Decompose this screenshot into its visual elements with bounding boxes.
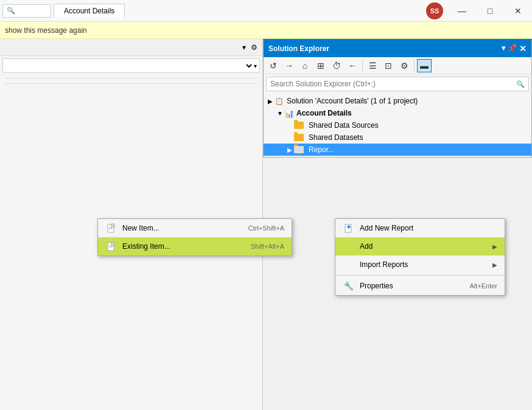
se-search-box[interactable]: 🔍 xyxy=(266,77,529,91)
expand-arrow-project[interactable]: ▼ xyxy=(276,109,284,117)
se-search-input[interactable] xyxy=(270,80,516,88)
svg-rect-1 xyxy=(111,224,114,227)
cm-properties-shortcut: Alt+Enter xyxy=(469,282,497,290)
toolbar-pin[interactable]: ▾ xyxy=(240,42,248,53)
tree-shared-datasets-label: Shared Datasets xyxy=(309,133,363,142)
cm-add-new-report-label: Add New Report xyxy=(360,224,497,232)
context-menu-outer: New Item... Ctrl+Shift+A Existing Item..… xyxy=(97,218,292,256)
left-dropdown-select[interactable] xyxy=(5,61,254,71)
se-pin2-btn[interactable]: ▬ xyxy=(417,59,432,72)
notification-bar: show this message again xyxy=(0,22,532,39)
add-new-report-icon xyxy=(343,222,355,234)
se-forward-btn[interactable]: → xyxy=(282,59,296,72)
expand-arrow-solution[interactable]: ▶ xyxy=(266,97,275,105)
left-dropdown[interactable]: ▾ xyxy=(2,58,260,73)
se-toolbar: ↺ → ⌂ ⊞ ⏱ ← ☰ ⊡ ⚙ ▬ xyxy=(264,57,531,74)
avatar: SS xyxy=(426,2,443,19)
project-icon: 📊 xyxy=(284,108,294,118)
notification-text: show this message again xyxy=(5,26,87,35)
search-icon: 🔍 xyxy=(7,7,15,15)
folder-datasets-icon xyxy=(294,133,304,142)
close-button[interactable]: ✕ xyxy=(504,0,532,22)
cm-add-icon xyxy=(343,240,355,252)
cm-existing-item-shortcut: Shift+Alt+A xyxy=(251,243,284,250)
title-tab[interactable]: Account Details xyxy=(54,4,125,18)
cm-add-new-report[interactable]: Add New Report xyxy=(335,219,505,237)
cm-properties-label: Properties xyxy=(360,282,455,290)
tree-project[interactable]: ▼ 📊 Account Details xyxy=(264,107,531,119)
tree-project-label: Account Details xyxy=(296,109,352,117)
cm-import-reports[interactable]: Import Reports ▶ xyxy=(335,255,505,274)
context-menu-inner: Add New Report Add ▶ Import Reports ▶ 🔧 … xyxy=(335,218,505,296)
tree-shared-data-sources[interactable]: ▶ Shared Data Sources xyxy=(264,119,531,131)
chevron-down-icon: ▾ xyxy=(254,63,257,69)
se-tree: ▶ 📋 Solution 'Account Details' (1 of 1 p… xyxy=(264,94,531,157)
cm-new-item-shortcut: Ctrl+Shift+A xyxy=(248,224,284,232)
new-item-icon xyxy=(105,222,117,234)
se-files-btn[interactable]: ⊡ xyxy=(381,59,396,72)
se-dropdown-btn[interactable]: ▾ xyxy=(502,44,505,54)
tree-shared-datasets[interactable]: ▶ Shared Datasets xyxy=(264,131,531,144)
title-bar: 🔍 Account Details SS — □ ✕ xyxy=(0,0,532,22)
maximize-button[interactable]: □ xyxy=(476,0,504,22)
cm-separator xyxy=(335,275,505,276)
main-area: ▾ ⚙ ▾ Solution Explorer ▾ 📌 ✕ ↺ → ⌂ ⊞ xyxy=(0,39,532,410)
se-home-btn[interactable]: ⌂ xyxy=(298,59,312,72)
se-title: Solution Explorer xyxy=(268,44,329,53)
cm-existing-item-label: Existing Item... xyxy=(122,242,236,251)
solution-explorer: Solution Explorer ▾ 📌 ✕ ↺ → ⌂ ⊞ ⏱ ← ☰ ⊡ … xyxy=(263,39,532,158)
se-left-btn[interactable]: ← xyxy=(345,59,360,72)
toolbar-settings[interactable]: ⚙ xyxy=(248,42,260,53)
left-toolbar: ▾ ⚙ xyxy=(0,39,262,56)
window-controls: SS — □ ✕ xyxy=(426,0,532,21)
se-list-btn[interactable]: ☰ xyxy=(365,59,380,72)
se-grid-btn[interactable]: ⊞ xyxy=(313,59,328,72)
folder-datasources-icon xyxy=(294,120,304,130)
cm-add-label: Add xyxy=(360,242,488,251)
cm-add-arrow: ▶ xyxy=(492,243,497,250)
tree-shared-data-sources-label: Shared Data Sources xyxy=(309,121,379,130)
tree-solution[interactable]: ▶ 📋 Solution 'Account Details' (1 of 1 p… xyxy=(264,95,531,107)
tree-reports[interactable]: ▶ Repor... xyxy=(264,144,531,156)
minimize-button[interactable]: — xyxy=(448,0,476,22)
existing-item-icon xyxy=(105,240,117,252)
cm-new-item[interactable]: New Item... Ctrl+Shift+A xyxy=(98,219,292,237)
se-title-bar: Solution Explorer ▾ 📌 ✕ xyxy=(264,40,531,57)
se-sync-btn[interactable]: ⏱ xyxy=(329,59,344,72)
cm-import-icon xyxy=(343,259,355,271)
expand-arrow-reports[interactable]: ▶ xyxy=(285,145,294,154)
svg-rect-5 xyxy=(111,242,114,245)
folder-reports-icon xyxy=(294,145,304,155)
title-search-box[interactable]: 🔍 xyxy=(2,4,51,18)
se-search-icon: 🔍 xyxy=(516,80,525,88)
se-pin-btn[interactable]: 📌 xyxy=(508,44,517,54)
cm-import-arrow: ▶ xyxy=(492,262,497,268)
svg-rect-8 xyxy=(345,224,351,232)
cm-properties[interactable]: 🔧 Properties Alt+Enter xyxy=(335,277,505,295)
wrench-icon: 🔧 xyxy=(343,280,355,292)
tree-solution-label: Solution 'Account Details' (1 of 1 proje… xyxy=(287,97,418,105)
solution-icon: 📋 xyxy=(275,96,284,106)
cm-new-item-label: New Item... xyxy=(122,224,234,232)
se-back-btn[interactable]: ↺ xyxy=(266,59,281,72)
se-title-controls: ▾ 📌 ✕ xyxy=(502,44,527,54)
se-settings-btn[interactable]: ⚙ xyxy=(397,59,411,72)
cm-add[interactable]: Add ▶ xyxy=(335,237,505,255)
cm-import-reports-label: Import Reports xyxy=(360,260,488,269)
tree-reports-label: Repor... xyxy=(309,145,334,154)
cm-existing-item[interactable]: Existing Item... Shift+Alt+A xyxy=(98,237,292,255)
se-close-btn[interactable]: ✕ xyxy=(519,44,527,54)
tab-title: Account Details xyxy=(64,7,114,15)
